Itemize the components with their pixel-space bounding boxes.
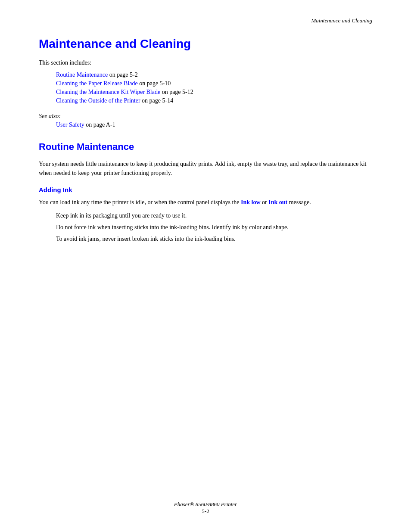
see-also-link-container: User Safety on page A-1 (56, 121, 372, 128)
toc-item-1: Routine Maintenance on page 5-2 (56, 72, 372, 78)
routine-maintenance-body: Your system needs little maintenance to … (39, 159, 372, 177)
toc-suffix-1: on page 5-2 (108, 72, 138, 78)
toc-suffix-4: on page 5-14 (140, 97, 174, 104)
toc-suffix-3: on page 5-12 (160, 89, 193, 95)
adding-ink-para-1: Keep ink in its packaging until you are … (56, 211, 372, 220)
footer-model: Phaser® 8560/8860 Printer (0, 501, 411, 508)
adding-ink-title: Adding Ink (39, 186, 372, 193)
header-right: Maintenance and Cleaning (39, 17, 372, 24)
toc-item-4: Cleaning the Outside of the Printer on p… (56, 97, 372, 104)
toc-link-4[interactable]: Cleaning the Outside of the Printer (56, 97, 140, 104)
adding-ink-para-2: Do not force ink when inserting sticks i… (56, 223, 372, 232)
toc-suffix-2: on page 5-10 (138, 80, 171, 87)
adding-ink-intro-text: You can load ink any time the printer is… (39, 199, 241, 205)
adding-ink-end: message. (287, 199, 311, 205)
ink-out-link[interactable]: Ink out (268, 199, 287, 205)
section-intro: This section includes: (39, 59, 372, 66)
main-title: Maintenance and Cleaning (39, 37, 372, 51)
ink-low-link[interactable]: Ink low (241, 199, 261, 205)
footer: Phaser® 8560/8860 Printer 5-2 (0, 501, 411, 515)
header-right-text: Maintenance and Cleaning (311, 17, 372, 24)
toc-item-2: Cleaning the Paper Release Blade on page… (56, 80, 372, 87)
adding-ink-middle: or (261, 199, 269, 205)
toc-item-3: Cleaning the Maintenance Kit Wiper Blade… (56, 89, 372, 96)
adding-ink-intro: You can load ink any time the printer is… (39, 198, 372, 207)
page: Maintenance and Cleaning Maintenance and… (0, 0, 411, 532)
toc-link-3[interactable]: Cleaning the Maintenance Kit Wiper Blade (56, 89, 160, 95)
toc-list: Routine Maintenance on page 5-2 Cleaning… (56, 72, 372, 104)
see-also-link[interactable]: User Safety (56, 121, 84, 128)
footer-page: 5-2 (0, 508, 411, 515)
toc-link-1[interactable]: Routine Maintenance (56, 72, 108, 78)
routine-maintenance-title: Routine Maintenance (39, 141, 372, 152)
toc-link-2[interactable]: Cleaning the Paper Release Blade (56, 80, 138, 87)
see-also-suffix: on page A-1 (84, 121, 115, 128)
adding-ink-para-3: To avoid ink jams, never insert broken i… (56, 234, 372, 243)
see-also-label: See also: (39, 113, 372, 120)
